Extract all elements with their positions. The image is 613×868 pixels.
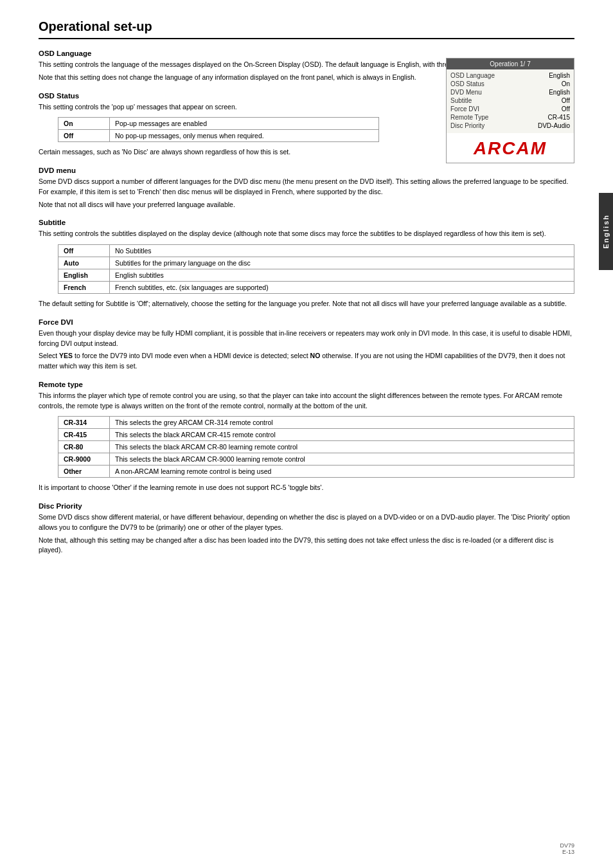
side-tab: English bbox=[599, 193, 613, 270]
subtitle-french-label: French bbox=[58, 282, 110, 294]
section-title-subtitle: Subtitle bbox=[39, 219, 574, 226]
info-osd-status-label: OSD Status bbox=[450, 80, 484, 87]
info-box-header: Operation 1/ 7 bbox=[447, 59, 574, 69]
section-remote-type: Remote type This informs the player whic… bbox=[39, 381, 574, 493]
table-row: Auto Subtitles for the primary language … bbox=[58, 257, 574, 269]
info-box-row: Force DVI Off bbox=[450, 105, 570, 113]
section-title-osd-language: OSD Language bbox=[39, 50, 574, 57]
remote-cr415-value: This selects the black ARCAM CR-415 remo… bbox=[110, 429, 574, 441]
section-force-dvi: Force DVI Even though your display devic… bbox=[39, 318, 574, 372]
osd-on-value: Pop-up messages are enabled bbox=[110, 118, 379, 130]
side-tab-text: English bbox=[602, 214, 610, 249]
remote-cr80-label: CR-80 bbox=[58, 441, 110, 453]
section-title-remote-type: Remote type bbox=[39, 381, 574, 388]
subtitle-english-label: English bbox=[58, 269, 110, 282]
table-row: CR-80 This selects the black ARCAM CR-80… bbox=[58, 441, 574, 453]
subtitle-auto-value: Subtitles for the primary language on th… bbox=[110, 257, 574, 269]
section-title-disc-priority: Disc Priority bbox=[39, 502, 574, 510]
footer-model: DV79 bbox=[560, 842, 574, 849]
footer-page: E-13 bbox=[560, 849, 574, 855]
osd-off-value: No pop-up messages, only menus when requ… bbox=[110, 130, 379, 142]
info-force-dvi-label: Force DVI bbox=[450, 105, 479, 113]
table-row: English English subtitles bbox=[58, 269, 574, 282]
subtitle-auto-label: Auto bbox=[58, 257, 110, 269]
info-box-row: OSD Language English bbox=[450, 72, 570, 79]
subtitle-english-value: English subtitles bbox=[110, 269, 574, 282]
subtitle-p1: This setting controls the subtitles disp… bbox=[39, 229, 574, 239]
table-row: On Pop-up messages are enabled bbox=[58, 118, 379, 130]
remote-other-value: A non-ARCAM learning remote control is b… bbox=[110, 466, 574, 478]
table-row: Other A non-ARCAM learning remote contro… bbox=[58, 466, 574, 478]
info-remote-type-label: Remote Type bbox=[450, 114, 488, 121]
info-box-row: DVD Menu English bbox=[450, 89, 570, 96]
info-box-row: Remote Type CR-415 bbox=[450, 114, 570, 121]
table-row: CR-314 This selects the grey ARCAM CR-31… bbox=[58, 417, 574, 429]
info-osd-language-value: English bbox=[549, 72, 570, 79]
info-subtitle-value: Off bbox=[562, 97, 570, 104]
page: Operational set-up Operation 1/ 7 OSD La… bbox=[0, 0, 613, 868]
info-dvd-menu-value: English bbox=[549, 89, 570, 96]
remote-cr80-value: This selects the black ARCAM CR-80 learn… bbox=[110, 441, 574, 453]
section-dvd-menu: DVD menu Some DVD discs support a number… bbox=[39, 167, 574, 210]
info-osd-language-label: OSD Language bbox=[450, 72, 495, 79]
subtitle-french-value: French subtitles, etc. (six languages ar… bbox=[110, 282, 574, 294]
remote-type-table: CR-314 This selects the grey ARCAM CR-31… bbox=[58, 416, 574, 478]
remote-type-p1: This informs the player which type of re… bbox=[39, 391, 574, 411]
info-box: Operation 1/ 7 OSD Language English OSD … bbox=[446, 58, 574, 163]
remote-cr415-label: CR-415 bbox=[58, 429, 110, 441]
dvd-menu-p1: Some DVD discs support a number of diffe… bbox=[39, 177, 574, 197]
section-title-force-dvi: Force DVI bbox=[39, 318, 574, 326]
page-title: Operational set-up bbox=[39, 19, 574, 39]
section-subtitle: Subtitle This setting controls the subti… bbox=[39, 219, 574, 309]
table-row: Off No Subtitles bbox=[58, 245, 574, 257]
dvd-menu-p2: Note that not all discs will have your p… bbox=[39, 200, 574, 210]
info-disc-priority-label: Disc Priority bbox=[450, 122, 484, 129]
arcam-logo: ARCAM bbox=[447, 133, 574, 163]
info-box-body: OSD Language English OSD Status On DVD M… bbox=[447, 69, 574, 133]
page-footer: DV79 E-13 bbox=[560, 842, 574, 855]
remote-type-after: It is important to choose 'Other' if the… bbox=[39, 483, 574, 493]
info-box-row: OSD Status On bbox=[450, 80, 570, 87]
osd-on-label: On bbox=[58, 118, 110, 130]
info-osd-status-value: On bbox=[562, 80, 570, 87]
subtitle-table: Off No Subtitles Auto Subtitles for the … bbox=[58, 244, 574, 294]
table-row: Off No pop-up messages, only menus when … bbox=[58, 130, 379, 142]
force-dvi-p2: Select YES to force the DV79 into DVI mo… bbox=[39, 351, 574, 372]
subtitle-after: The default setting for Subtitle is 'Off… bbox=[39, 299, 574, 309]
osd-status-table: On Pop-up messages are enabled Off No po… bbox=[58, 117, 379, 142]
force-dvi-p1: Even though your display device may be f… bbox=[39, 329, 574, 349]
disc-priority-p2: Note that, although this setting may be … bbox=[39, 536, 574, 556]
section-title-dvd-menu: DVD menu bbox=[39, 167, 574, 174]
remote-cr9000-label: CR-9000 bbox=[58, 453, 110, 466]
info-disc-priority-value: DVD-Audio bbox=[538, 122, 570, 129]
section-disc-priority: Disc Priority Some DVD discs show differ… bbox=[39, 502, 574, 556]
subtitle-off-label: Off bbox=[58, 245, 110, 257]
info-subtitle-label: Subtitle bbox=[450, 97, 472, 104]
disc-priority-p1: Some DVD discs show different material, … bbox=[39, 512, 574, 533]
table-row: CR-9000 This selects the black ARCAM CR-… bbox=[58, 453, 574, 466]
info-remote-type-value: CR-415 bbox=[548, 114, 570, 121]
info-box-row: Subtitle Off bbox=[450, 97, 570, 104]
remote-cr314-value: This selects the grey ARCAM CR-314 remot… bbox=[110, 417, 574, 429]
remote-other-label: Other bbox=[58, 466, 110, 478]
remote-cr9000-value: This selects the black ARCAM CR-9000 lea… bbox=[110, 453, 574, 466]
subtitle-off-value: No Subtitles bbox=[110, 245, 574, 257]
table-row: French French subtitles, etc. (six langu… bbox=[58, 282, 574, 294]
remote-cr314-label: CR-314 bbox=[58, 417, 110, 429]
info-force-dvi-value: Off bbox=[562, 105, 570, 113]
osd-off-label: Off bbox=[58, 130, 110, 142]
table-row: CR-415 This selects the black ARCAM CR-4… bbox=[58, 429, 574, 441]
info-box-row: Disc Priority DVD-Audio bbox=[450, 122, 570, 129]
info-dvd-menu-label: DVD Menu bbox=[450, 89, 482, 96]
